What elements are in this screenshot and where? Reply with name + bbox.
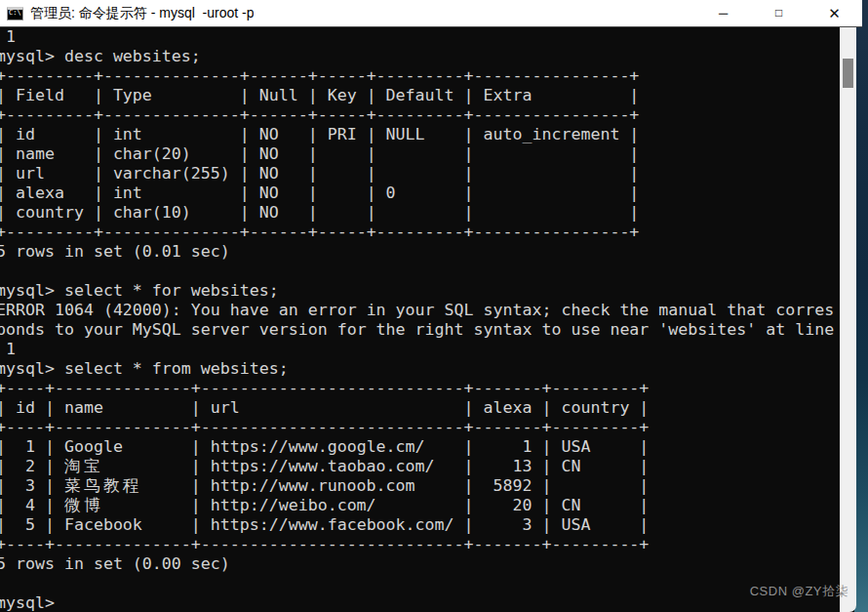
console-line: | alexa | int | NO | | 0 | | [0,184,840,203]
console-line: | id | name | url | alexa | country | [0,398,840,418]
maximize-button[interactable]: □ [751,0,807,26]
window-title: 管理员: 命令提示符 - mysql -uroot -p [30,5,254,22]
console-line: 1 [0,27,840,47]
console-line: | 4 | 微博 | http://weibo.com/ | 20 | CN | [0,496,840,515]
window-body: 1mysql> desc websites;+---------+-------… [0,27,856,612]
console-line: 1 [0,340,840,359]
cmd-window: C:\ 管理员: 命令提示符 - mysql -uroot -p ─ □ ✕ 1… [0,0,862,612]
console-line: | 3 | 菜鸟教程 | http://www.runoob.com | 589… [0,476,840,496]
console-line: | country | char(10) | NO | | | | [0,203,840,223]
console-line [0,574,840,593]
console[interactable]: 1mysql> desc websites;+---------+-------… [0,27,840,612]
cmd-icon: C:\ [7,7,23,20]
console-line: | 2 | 淘宝 | https://www.taobao.com/ | 13 … [0,457,840,476]
watermark: CSDN @ZY拾柒 [750,583,848,600]
console-line: +---------+--------------+------+-----+-… [0,66,840,86]
console-output: 1mysql> desc websites;+---------+-------… [0,27,840,612]
console-line: +----+--------------+-------------------… [0,379,840,398]
console-line: +---------+--------------+------+-----+-… [0,223,840,242]
console-line: 5 rows in set (0.01 sec) [0,242,840,262]
console-line: ERROR 1064 (42000): You have an error in… [0,301,840,320]
console-line: ponds to your MySQL server version for t… [0,320,840,340]
console-line: mysql> select * for websites; [0,281,840,301]
console-line: mysql> desc websites; [0,47,840,66]
console-line: +----+--------------+-------------------… [0,535,840,554]
console-line [0,262,840,281]
console-line: | url | varchar(255) | NO | | | | [0,164,840,184]
console-line: | Field | Type | Null | Key | Default | … [0,86,840,105]
console-line: | id | int | NO | PRI | NULL | auto_incr… [0,125,840,144]
cmd-icon-text: C:\ [9,9,21,18]
console-line: mysql> select * from websites; [0,359,840,379]
console-line: 5 rows in set (0.00 sec) [0,554,840,574]
console-line: | name | char(20) | NO | | | | [0,144,840,164]
console-line: +----+--------------+-------------------… [0,418,840,437]
console-line: mysql> [0,593,840,612]
titlebar[interactable]: C:\ 管理员: 命令提示符 - mysql -uroot -p ─ □ ✕ [0,0,862,27]
console-line: | 5 | Facebook | https://www.facebook.co… [0,515,840,535]
window-controls: ─ □ ✕ [695,0,862,26]
scrollbar[interactable] [840,27,856,612]
close-button[interactable]: ✕ [807,0,862,26]
console-line: +---------+--------------+------+-----+-… [0,105,840,125]
scrollbar-thumb[interactable] [843,59,853,88]
console-line: | 1 | Google | https://www.google.cm/ | … [0,437,840,457]
minimize-button[interactable]: ─ [695,0,751,26]
